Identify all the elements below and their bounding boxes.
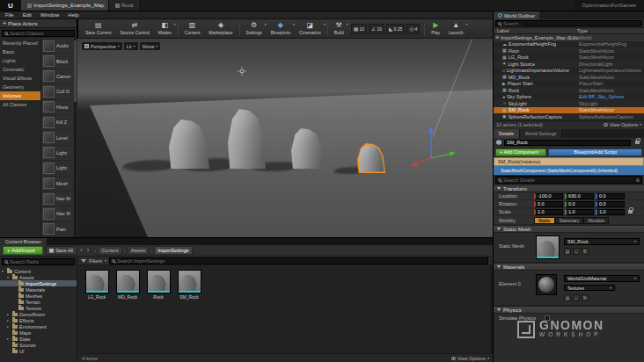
view-options-button[interactable]: View Options xyxy=(451,356,489,361)
details-tab[interactable]: Details xyxy=(494,129,520,138)
asset-tile[interactable]: Rock xyxy=(145,270,172,300)
rotation-x-field[interactable]: 0.0 xyxy=(534,201,563,207)
snap-control[interactable]: ◎ 4 xyxy=(406,24,420,34)
expander-arrow-icon[interactable]: ▾ xyxy=(7,275,11,279)
details-tab[interactable]: World Settings xyxy=(520,129,563,138)
toolbar-button[interactable]: ◧ Modes xyxy=(154,19,176,38)
actor-category[interactable]: Basic xyxy=(0,47,40,56)
viewport-control-button[interactable]: Show xyxy=(140,42,161,50)
tab-world-outliner[interactable]: World Outliner xyxy=(494,11,539,19)
asset-tool-icon[interactable]: ↻ xyxy=(582,294,589,301)
add-import-button[interactable]: Add/Import xyxy=(3,246,43,255)
viewport-control-button[interactable]: Perspective xyxy=(82,42,122,50)
folder-row[interactable]: Maps xyxy=(0,329,77,336)
outliner-search-input[interactable]: Search... xyxy=(495,20,642,26)
mobility-option[interactable]: Movable xyxy=(583,217,609,224)
outliner-row[interactable]: ☁ ExponentialHeightFog ExponentialHeight… xyxy=(494,41,644,48)
placeable-actor[interactable]: Level xyxy=(41,130,77,145)
column-header-label[interactable]: Label xyxy=(497,28,577,33)
folder-row[interactable]: UI xyxy=(0,348,77,354)
add-component-button[interactable]: + Add Component xyxy=(495,148,546,156)
tab-content-browser[interactable]: Content Browser xyxy=(0,238,47,245)
breadcrumb-item[interactable]: ImportSettings xyxy=(154,246,192,255)
asset-tool-icon[interactable]: ◎ xyxy=(564,294,571,301)
snap-control[interactable]: ▦ 10 xyxy=(351,24,367,34)
placeable-actor[interactable]: Cull D xyxy=(41,84,77,99)
search-paths-input[interactable]: Search Paths xyxy=(2,258,75,265)
outliner-row[interactable]: ☀ Light Source DirectionalLight xyxy=(494,61,644,68)
toolbar-button[interactable]: ⇄ Source Control xyxy=(115,19,153,38)
mobility-option[interactable]: Stationary xyxy=(555,217,584,224)
rotation-z-field[interactable]: 0.0 xyxy=(596,201,625,207)
material-thumbnail[interactable] xyxy=(536,274,557,295)
placeable-actor[interactable]: Nav M xyxy=(41,192,77,206)
actor-category[interactable]: Volumes xyxy=(0,91,40,100)
menu-item[interactable]: Window xyxy=(40,12,59,18)
folder-row[interactable]: Sounds xyxy=(0,342,77,348)
folder-row[interactable]: ▸ Effects xyxy=(0,317,77,323)
expander-arrow-icon[interactable]: ▸ xyxy=(7,324,11,329)
column-header-type[interactable]: Type xyxy=(577,28,640,33)
toolbar-button[interactable]: ◆ Blueprints xyxy=(267,19,295,38)
search-classes-input[interactable]: Search Classes xyxy=(2,30,75,37)
placeable-actor[interactable]: Hiera xyxy=(41,100,77,115)
save-all-button[interactable]: Save All xyxy=(46,246,77,255)
asset-tool-icon[interactable]: ← xyxy=(573,248,580,255)
toolbar-button[interactable]: ▲ Launch xyxy=(444,19,467,38)
folder-row[interactable]: Materials xyxy=(0,286,77,293)
textures-dropdown[interactable]: Textures xyxy=(564,285,615,291)
placeable-actor[interactable]: Kill Z xyxy=(41,115,77,130)
location-z-field[interactable]: 0.0 xyxy=(596,193,625,199)
actor-category[interactable]: Recently Placed xyxy=(0,39,40,47)
asset-tool-icon[interactable]: ↻ xyxy=(582,248,589,255)
folder-row[interactable]: ▸ Environment xyxy=(0,323,77,329)
scale-y-field[interactable]: 1.0 xyxy=(565,209,594,215)
outliner-row[interactable]: ▦ LG_Rock StaticMeshActor xyxy=(494,54,644,62)
expander-arrow-icon[interactable]: ▸ xyxy=(7,318,11,322)
location-x-field[interactable]: -100.0 xyxy=(534,193,563,199)
static-mesh-thumbnail[interactable] xyxy=(536,235,560,259)
scrollbar-thumb[interactable] xyxy=(74,40,77,102)
toolbar-button[interactable]: ▥ Content xyxy=(180,19,205,38)
asset-search-input[interactable]: Search ImportSettings xyxy=(109,257,488,264)
mobility-option[interactable]: Static xyxy=(534,217,555,224)
rock-mesh-small[interactable] xyxy=(359,145,384,172)
scale-z-field[interactable]: 1.0 xyxy=(596,209,625,215)
breadcrumb-item[interactable]: Assets xyxy=(128,246,150,255)
outliner-row[interactable]: ⊕ ImportSettings_Example_Map (Editor) Wo… xyxy=(494,34,644,41)
transform-gizmo[interactable] xyxy=(405,125,461,170)
toolbar-button[interactable]: ▤ Save Current xyxy=(81,19,115,38)
lock-icon[interactable] xyxy=(635,141,640,144)
section-static-mesh[interactable]: Static Mesh xyxy=(494,225,644,233)
location-y-field[interactable]: 630.0 xyxy=(565,193,594,199)
section-materials[interactable]: Materials xyxy=(494,263,644,271)
section-physics[interactable]: Physics xyxy=(494,306,644,314)
folder-row[interactable]: Meshes xyxy=(0,293,77,299)
folder-row[interactable]: Terrain xyxy=(0,299,77,305)
actor-name-field[interactable]: SM_Rock xyxy=(504,140,631,146)
gear-icon[interactable] xyxy=(636,177,640,183)
blueprint-add-script-button[interactable]: Blueprint/Add Script xyxy=(548,148,642,156)
actor-category[interactable]: All Classes xyxy=(0,100,40,109)
outliner-row[interactable]: □ LightmassImportanceVolume LightmassImp… xyxy=(494,68,644,75)
actor-category[interactable]: Geometry xyxy=(0,83,40,91)
rock-mesh-selected[interactable] xyxy=(357,143,385,173)
material-dropdown[interactable]: WorldGridMaterial xyxy=(564,275,640,282)
actor-category[interactable]: Visual Effects xyxy=(0,74,40,83)
asset-tile[interactable]: MD_Rock xyxy=(114,270,141,300)
menu-item[interactable]: Edit xyxy=(23,12,32,18)
folder-row[interactable]: ▸ DemoRoom xyxy=(0,311,77,317)
component-row-selected[interactable]: StaticMeshComponent (StaticMeshComponent… xyxy=(494,166,644,175)
expander-arrow-icon[interactable]: ▾ xyxy=(2,269,5,273)
scrollbar[interactable] xyxy=(74,39,77,237)
folder-row[interactable]: ImportSettings xyxy=(0,280,77,286)
outliner-row[interactable]: ▶ Player Start PlayerStart xyxy=(494,81,644,88)
outliner-row[interactable]: ▦ MD_Rock StaticMeshActor xyxy=(494,74,644,81)
snap-control[interactable]: ∠ 10 xyxy=(369,24,384,34)
toolbar-button[interactable]: ⚙ Settings xyxy=(242,19,267,38)
window-tab[interactable]: Rock xyxy=(109,0,141,11)
asset-tool-icon[interactable]: ← xyxy=(573,294,580,301)
snap-control[interactable]: ◣ 0.25 xyxy=(386,24,405,34)
folder-row[interactable]: ▾ Content xyxy=(0,268,77,274)
folder-row[interactable]: ▸ Slate xyxy=(0,336,77,342)
